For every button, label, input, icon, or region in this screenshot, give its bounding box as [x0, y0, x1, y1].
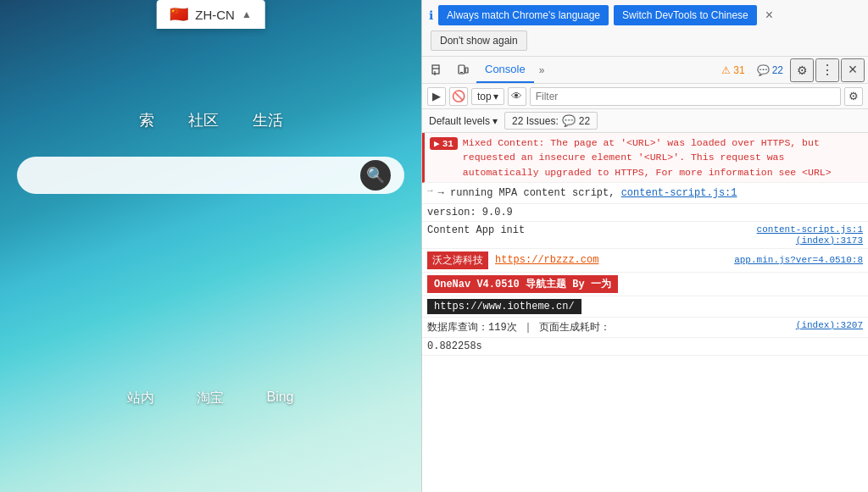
issues-label: 22 Issues: — [512, 115, 559, 127]
search-button[interactable]: 🔍 — [360, 160, 391, 191]
error-count-value: 31 — [442, 139, 453, 149]
error-text: Mixed Content: The page at '<URL>' was l… — [463, 135, 863, 180]
more-tabs-button[interactable]: » — [536, 61, 548, 80]
console-output: ▶ 31 Mixed Content: The page at '<URL>' … — [422, 133, 868, 492]
content-script-link-2[interactable]: content-script.js:1 — [757, 224, 863, 235]
warn-count: 31 — [733, 64, 744, 76]
console-settings-button[interactable]: ⚙ — [844, 87, 863, 106]
messages-badge[interactable]: 💬 22 — [752, 63, 788, 78]
filter-input[interactable] — [530, 87, 841, 106]
console-entry-url: https://www.iotheme.cn/ — [422, 296, 868, 318]
nav-link-life[interactable]: 生活 — [253, 110, 283, 130]
close-notification-button[interactable]: × — [762, 8, 776, 23]
time-text: 0.882258s — [427, 340, 482, 352]
console-filter-toolbar: ▶ 🚫 top ▾ 👁 ⚙ — [422, 84, 868, 109]
content-script-link-1[interactable]: content-script.js:1 — [621, 187, 737, 199]
index-source-3207[interactable]: (index):3207 — [796, 320, 863, 330]
more-options-button[interactable]: ⋮ — [815, 58, 839, 82]
default-levels-label: Default levels — [429, 115, 490, 127]
version-text: version: 9.0.9 — [427, 207, 513, 218]
bottom-link-taobao[interactable]: 淘宝 — [197, 390, 224, 407]
console-entry-content-app: Content App init content-script.js:1 (in… — [422, 222, 868, 249]
index-source-3173[interactable]: (index):3173 — [796, 235, 863, 246]
db-query-text: 数据库查询：119次 ｜ 页面生成耗时： — [427, 320, 791, 334]
url-label[interactable]: https://www.iotheme.cn/ — [427, 299, 581, 314]
console-tab[interactable]: Console — [476, 57, 534, 83]
nav-link-community[interactable]: 社区 — [188, 110, 219, 130]
console-entry-onenav: OneNav V4.0510 导航主题 By 一为 — [422, 273, 868, 296]
info-icon: ℹ — [429, 8, 433, 22]
bottom-link-site[interactable]: 站内 — [127, 390, 154, 407]
info-text-content: → running MPA content script, — [438, 187, 615, 199]
onenav-label: OneNav V4.0510 导航主题 By 一为 — [427, 275, 618, 293]
context-selector[interactable]: top ▾ — [471, 88, 504, 105]
console-entry-error: ▶ 31 Mixed Content: The page at '<URL>' … — [422, 133, 868, 183]
orange-url-link[interactable]: https://rbzzz.com — [495, 254, 598, 266]
device-toolbar-button[interactable] — [451, 58, 475, 82]
warnings-badge[interactable]: ⚠ 31 — [716, 63, 749, 78]
red-company-label: 沃之涛科技 — [427, 252, 488, 269]
levels-bar: Default levels ▾ 22 Issues: 💬 22 — [422, 109, 868, 133]
default-levels-button[interactable]: Default levels ▾ — [429, 115, 498, 127]
browser-panel: 🇨🇳 ZH-CN ▲ 索 社区 生活 🔍 站内 淘宝 Bing — [0, 0, 421, 492]
context-value: top — [477, 91, 492, 102]
console-entry-red-label: 沃之涛科技 https://rbzzz.com app.min.js?ver=4… — [422, 249, 868, 273]
tab-label: ZH-CN — [195, 8, 235, 22]
msg-count: 22 — [772, 64, 783, 76]
console-entry-info: → → running MPA content script, content-… — [422, 183, 868, 204]
error-triangle-icon: ▶ — [434, 138, 440, 149]
issues-count: 22 — [579, 115, 590, 127]
block-button[interactable]: 🚫 — [449, 87, 468, 106]
lang-notification-top: ℹ Always match Chrome's language Switch … — [429, 5, 861, 25]
dont-show-button[interactable]: Don't show again — [431, 30, 527, 51]
console-entry-db: 数据库查询：119次 ｜ 页面生成耗时： (index):3207 — [422, 318, 868, 338]
close-devtools-button[interactable]: × — [841, 58, 865, 82]
bottom-link-bing[interactable]: Bing — [266, 390, 293, 407]
search-bar: 🔍 — [17, 157, 404, 194]
inspect-element-button[interactable] — [426, 58, 449, 82]
devtools-panel: ℹ Always match Chrome's language Switch … — [421, 0, 868, 492]
match-language-button[interactable]: Always match Chrome's language — [438, 5, 609, 25]
context-chevron: ▾ — [493, 91, 498, 102]
warn-icon: ⚠ — [721, 64, 731, 76]
console-entry-version: version: 9.0.9 — [422, 204, 868, 222]
issues-msg-icon: 💬 — [562, 114, 576, 127]
app-min-source[interactable]: app.min.js?ver=4.0510:8 — [734, 255, 863, 265]
issues-badge[interactable]: 22 Issues: 💬 22 — [504, 112, 598, 130]
run-script-button[interactable]: ▶ — [427, 87, 446, 106]
nav-link-search[interactable]: 索 — [139, 110, 154, 130]
content-app-text: Content App init — [427, 224, 525, 236]
info-text: → running MPA content script, content-sc… — [438, 185, 863, 201]
console-entry-time: 0.882258s — [422, 338, 868, 356]
svg-rect-0 — [432, 65, 439, 74]
dont-show-row: Don't show again — [429, 30, 861, 51]
chevron-up-icon: ▲ — [242, 8, 252, 20]
switch-devtools-button[interactable]: Switch DevTools to Chinese — [614, 5, 757, 25]
arrow-icon: → — [427, 185, 433, 196]
error-badge[interactable]: ▶ 31 — [430, 137, 458, 150]
background-image — [0, 0, 421, 492]
nav-links: 索 社区 生活 — [0, 110, 421, 130]
settings-button[interactable]: ⚙ — [790, 58, 814, 82]
levels-chevron: ▾ — [492, 115, 498, 127]
bottom-links: 站内 淘宝 Bing — [0, 390, 421, 407]
lang-notification: ℹ Always match Chrome's language Switch … — [422, 0, 868, 57]
browser-tab[interactable]: 🇨🇳 ZH-CN ▲ — [156, 0, 265, 29]
svg-rect-5 — [465, 68, 468, 73]
eye-button[interactable]: 👁 — [508, 87, 526, 106]
flag-icon: 🇨🇳 — [170, 5, 188, 24]
devtools-toolbar: Console » ⚠ 31 💬 22 ⚙ ⋮ × — [422, 57, 868, 84]
msg-icon: 💬 — [757, 64, 770, 76]
